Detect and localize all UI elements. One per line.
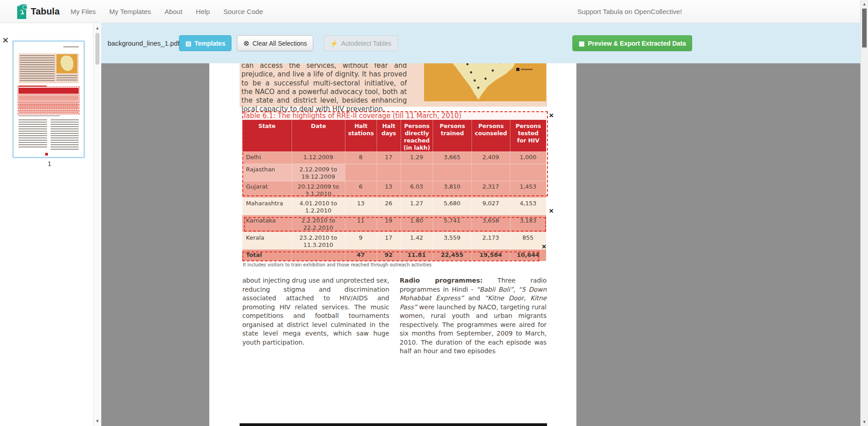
thumbnail-text-lines xyxy=(20,55,55,81)
text-segment: Radio programmes: xyxy=(400,277,482,284)
nav-link-help[interactable]: Help xyxy=(196,8,210,15)
pdf-paragraph-text: can access the services, without fear an… xyxy=(241,63,407,114)
export-button-label: Preview & Export Extracted Data xyxy=(588,40,686,47)
table-cell: 5,680 xyxy=(433,200,472,207)
table-selection-region[interactable] xyxy=(242,111,548,196)
browser-scrollbar[interactable]: ▲ ▼ xyxy=(860,0,868,426)
page-footer-rule xyxy=(240,423,547,426)
clear-all-selections-button[interactable]: ⊗ Clear All Selections xyxy=(237,35,313,51)
text-segment: and xyxy=(464,294,485,302)
table-grid-icon: ▦ xyxy=(579,40,585,47)
clear-selections-icon: ⊗ xyxy=(243,40,249,47)
pdf-page[interactable]: can access the services, without fear an… xyxy=(209,63,576,426)
table-cell: 26 xyxy=(377,200,401,207)
selection-close-icon[interactable]: ✕ xyxy=(549,113,554,118)
scroll-up-icon[interactable]: ▲ xyxy=(94,26,101,30)
thumbnail-footnote-line xyxy=(19,115,60,116)
table-cell: 13 xyxy=(345,200,377,207)
templates-button-label: Templates xyxy=(194,40,225,47)
nav-link-about[interactable]: About xyxy=(165,8,182,15)
table-cell: Kerala xyxy=(242,234,292,241)
table-cell: 1.42 xyxy=(401,234,433,241)
page-thumbnail-sidebar: ✕ 1 ▲ ▼ xyxy=(0,23,101,426)
autodetect-tables-button[interactable]: ⚡ Autodetect Tables xyxy=(324,35,398,51)
nav-link-source-code[interactable]: Source Code xyxy=(223,8,263,15)
table-cell: 1.27 xyxy=(401,200,433,207)
thumbnail-paragraph-block xyxy=(19,53,79,83)
clear-button-label: Clear All Selections xyxy=(252,40,307,47)
support-link[interactable]: Support Tabula on OpenCollective! xyxy=(577,0,682,23)
pdf-viewer-area: can access the services, without fear an… xyxy=(101,63,860,426)
templates-button[interactable]: ▤ Templates xyxy=(179,35,231,51)
nav-link-my-templates[interactable]: My Templates xyxy=(109,8,151,15)
table-cell: 4,153 xyxy=(510,200,546,207)
table-cell: 3,559 xyxy=(433,234,472,241)
table-cell: 17 xyxy=(377,234,401,241)
table-cell: 9,027 xyxy=(472,200,510,207)
table-cell: 855 xyxy=(510,234,546,241)
selection-close-icon[interactable]: ✕ xyxy=(549,208,554,214)
tabula-app: Tabula My FilesMy TemplatesAboutHelpSour… xyxy=(0,0,868,426)
page-number-label: 1 xyxy=(13,160,86,167)
thumbnail-header-line xyxy=(63,46,79,47)
nav-links: My FilesMy TemplatesAboutHelpSource Code xyxy=(71,0,263,23)
india-map-figure xyxy=(424,63,546,101)
table-footnote: It includes visitors to train exhibition… xyxy=(243,262,432,267)
body-text-right-column: Radio programmes: Three radio programmes… xyxy=(400,276,547,356)
text-segment: were launched by NACO, targeting rural w… xyxy=(400,303,547,355)
table-cell: Maharashtra xyxy=(242,200,292,207)
scroll-down-icon[interactable]: ▼ xyxy=(861,420,868,424)
autodetect-button-label: Autodetect Tables xyxy=(341,40,391,47)
thumbnail-selection xyxy=(18,86,80,103)
remove-page-icon[interactable]: ✕ xyxy=(2,36,9,45)
table-cell: 23.2.2010 to 11.3.2010 xyxy=(292,234,345,249)
page-thumbnail[interactable] xyxy=(13,41,85,158)
table-cell: 9 xyxy=(345,234,377,241)
table-cell: 2,173 xyxy=(472,234,510,241)
template-icon: ▤ xyxy=(185,40,191,47)
browser-scrollbar-thumb[interactable] xyxy=(862,9,867,47)
lightning-icon: ⚡ xyxy=(330,40,338,47)
tabula-logo-icon xyxy=(15,4,28,19)
thumbnail-text-column xyxy=(51,119,79,150)
body-text-left-column: about injecting drug use and unprotected… xyxy=(242,276,389,347)
thumbnail-selection xyxy=(18,104,80,109)
top-navbar: Tabula My FilesMy TemplatesAboutHelpSour… xyxy=(0,0,868,23)
sidebar-scrollbar-thumb[interactable] xyxy=(95,33,99,65)
text-segment: , xyxy=(513,286,518,293)
scroll-up-icon[interactable]: ▲ xyxy=(861,2,868,6)
nav-link-my-files[interactable]: My Files xyxy=(71,8,96,15)
table-row: Kerala23.2.2010 to 11.3.20109171.423,559… xyxy=(242,232,546,249)
selection-close-icon[interactable]: ✕ xyxy=(542,244,547,250)
table-selection-region[interactable] xyxy=(242,251,539,261)
text-segment: “Babli Boli” xyxy=(476,286,514,293)
table-selection-region[interactable] xyxy=(244,217,546,232)
preview-export-button[interactable]: ▦ Preview & Export Extracted Data xyxy=(572,35,692,51)
thumbnail-text-column xyxy=(19,119,47,147)
thumbnail-map xyxy=(57,54,77,73)
thumbnail-map-land xyxy=(61,56,73,71)
scroll-down-icon[interactable]: ▼ xyxy=(94,419,101,423)
table-cell: 4.01.2010 to 1.2.2010 xyxy=(292,200,345,214)
brand-title: Tabula xyxy=(31,0,60,23)
thumbnail-text-lines xyxy=(57,75,77,81)
document-filename: background_lines_1.pdf xyxy=(108,23,179,63)
table-row: Maharashtra4.01.2010 to 1.2.201013261.27… xyxy=(242,198,546,215)
thumbnail-page-marker xyxy=(45,153,48,156)
sidebar-scrollbar[interactable]: ▲ ▼ xyxy=(93,23,101,426)
thumbnail-selection xyxy=(18,110,80,114)
document-toolbar: background_lines_1.pdf ▤ Templates ⊗ Cle… xyxy=(101,23,860,63)
